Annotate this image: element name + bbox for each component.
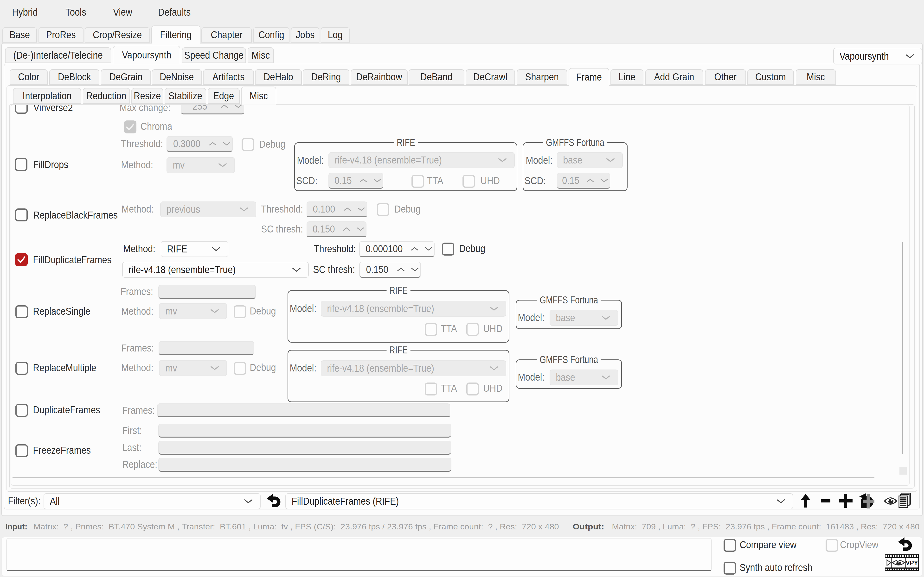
svg-text:VPY: VPY [906, 559, 918, 566]
